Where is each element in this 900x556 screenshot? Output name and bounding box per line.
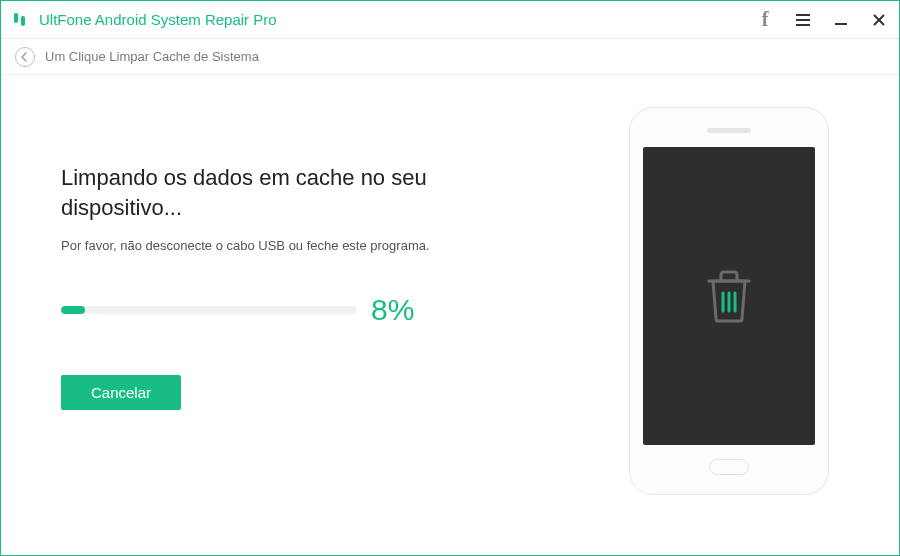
left-panel: Limpando os dados em cache no seu dispos… xyxy=(61,163,531,555)
trash-icon xyxy=(701,265,757,327)
phone-home-button xyxy=(709,459,749,475)
app-logo-icon xyxy=(9,9,31,31)
close-icon[interactable] xyxy=(869,10,889,30)
facebook-icon[interactable]: f xyxy=(755,10,775,30)
titlebar-controls: f xyxy=(755,10,889,30)
progress-row: 8% xyxy=(61,293,531,327)
page-subtext: Por favor, não desconecte o cabo USB ou … xyxy=(61,238,531,253)
cancel-button[interactable]: Cancelar xyxy=(61,375,181,410)
subheader: Um Clique Limpar Cache de Sistema xyxy=(1,39,899,75)
titlebar: UltFone Android System Repair Pro f xyxy=(1,1,899,39)
svg-rect-1 xyxy=(21,16,25,26)
device-illustration xyxy=(629,107,829,495)
phone-speaker xyxy=(707,128,751,133)
phone-frame xyxy=(629,107,829,495)
progress-fill xyxy=(61,306,85,314)
svg-rect-0 xyxy=(14,13,18,23)
progress-bar xyxy=(61,306,357,314)
minimize-icon[interactable] xyxy=(831,10,851,30)
menu-icon[interactable] xyxy=(793,10,813,30)
progress-percent-label: 8% xyxy=(371,293,414,327)
back-icon[interactable] xyxy=(15,47,35,67)
breadcrumb: Um Clique Limpar Cache de Sistema xyxy=(45,49,259,64)
phone-screen xyxy=(643,147,815,445)
app-title: UltFone Android System Repair Pro xyxy=(39,11,277,28)
page-heading: Limpando os dados em cache no seu dispos… xyxy=(61,163,531,222)
content: Limpando os dados em cache no seu dispos… xyxy=(1,75,899,555)
